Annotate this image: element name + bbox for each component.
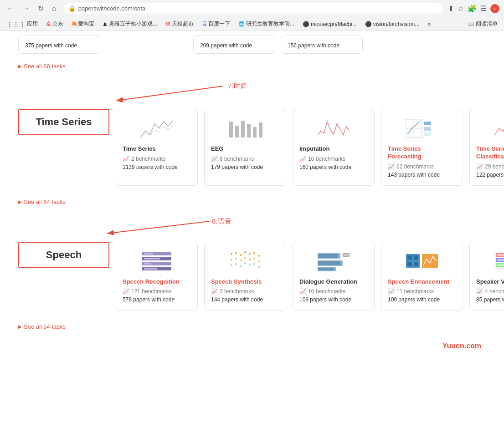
top-partial-card-2[interactable]: 209 papers with code [193,36,275,54]
svg-point-30 [249,253,251,255]
chart-icon-tsf: 📈 [388,163,395,170]
card-speech-enhancement[interactable]: Speech Enhancement 📈 11 benchmarks 109 p… [381,242,463,311]
card-dialogue-generation[interactable]: Dialogue Generation 📈 10 benchmarks 109 … [293,242,375,311]
speech-cards-grid: Speech Recognition 📈 121 benchmarks 578 … [116,242,504,311]
card-speech-recognition-name: Speech Recognition [123,278,191,286]
see-all-64-link[interactable]: See all 64 tasks [18,199,486,205]
bookmark-taobao-label: 爱淘宝 [78,20,94,28]
card-speaker-verification-benchmarks: 📈 4 benchmarks [476,288,504,295]
bookmark-edu[interactable]: 🌐 研究生教育教学管... [237,19,296,29]
card-speaker-verification[interactable]: Speaker Verification 📈 4 benchmarks 85 p… [469,242,504,311]
svg-point-44 [249,264,251,266]
chart-icon-imp: 📈 [299,156,306,162]
svg-point-35 [240,260,242,261]
bookmark-baidu[interactable]: 百 百度一下 [200,19,232,29]
share-icon[interactable]: ⬆ [448,4,454,13]
svg-rect-65 [497,254,504,256]
card-speech-synthesis-name: Speech Synthesis [211,278,279,286]
svg-point-43 [244,262,246,264]
svg-point-34 [235,258,237,260]
svg-rect-52 [318,268,334,270]
menu-icon[interactable]: ☰ [480,4,487,13]
see-all-64-label: See all 64 tasks [24,199,66,205]
bookmark-apps[interactable]: ⋮⋮⋮ 应用 [5,19,40,29]
card-imputation[interactable]: Imputation 📈 10 benchmarks 160 papers wi… [293,109,375,186]
svg-rect-60 [422,254,438,268]
card-speech-synthesis[interactable]: Speech Synthesis 📈 3 benchmarks 144 pape… [204,242,286,311]
card-eeg-benchmarks: 📈 8 benchmarks [211,156,279,162]
card-eeg-thumb [211,116,279,141]
card-dialogue-generation-benchmarks: 📈 10 benchmarks [299,288,368,295]
nav-back-button[interactable]: ← [5,4,16,14]
card-speech-recognition-benchmarks: 📈 121 benchmarks [123,288,191,295]
top-card-1-papers: 375 papers with code [25,42,93,49]
svg-line-0 [123,86,223,100]
bookmark-tmall[interactable]: 猫 天猫超市 [164,19,195,29]
time-series-cards-grid: Time Series 📈 2 benchmarks 1139 papers w… [116,109,504,186]
speech-header: Speech [18,242,109,268]
top-partial-card-1[interactable]: 375 papers with code [18,36,100,54]
svg-point-28 [240,254,242,256]
chart-icon-sr: 📈 [123,288,129,295]
bookmark-github1-label: mousecpn/Machi... [311,21,357,27]
svg-rect-50 [318,261,340,265]
chart-icon-ss: 📈 [211,288,218,295]
card-time-series[interactable]: Time Series 📈 2 benchmarks 1139 papers w… [116,109,198,186]
nav-forward-button[interactable]: → [20,4,32,14]
svg-point-33 [231,259,232,260]
time-series-header: Time Series [18,109,109,135]
see-all-66-link[interactable]: See all 66 tasks [18,63,486,70]
bookmark-github2-label: vision/torchvision... [373,21,419,27]
card-eeg[interactable]: EEG 📈 8 benchmarks 179 papers with code [204,109,286,186]
card-speech-synthesis-papers: 144 papers with code [211,296,279,304]
chart-icon-dg: 📈 [299,288,306,295]
card-time-series-name: Time Series [123,145,191,153]
bookmark-github2[interactable]: ⚫ vision/torchvision... [363,20,421,28]
svg-point-29 [244,251,246,253]
card-ts-classification[interactable]: Time Series Classification 📈 29 benchmar… [469,109,504,186]
bookmark-taobao[interactable]: 淘 爱淘宝 [70,19,96,29]
time-series-section: 7.时间序列 Time Series Time Seri [18,77,486,205]
top-partial-card-3[interactable]: 156 papers with code [281,36,363,54]
bookmark-jd[interactable]: 京 京东 [44,19,65,29]
card-speech-enhancement-papers: 109 papers with code [388,296,456,304]
svg-rect-66 [497,259,504,261]
card-speech-synthesis-thumb [211,249,279,274]
card-ts-classification-papers: 122 papers with code [476,171,504,179]
svg-point-39 [258,260,260,262]
card-time-series-papers: 1139 papers with code [123,163,191,171]
svg-rect-25 [144,268,157,270]
time-series-arrow-svg: 7.时间序列 [18,77,246,109]
svg-point-27 [235,252,237,254]
bookmark-game[interactable]: ♟ 奥维五子棋小游戏... [101,19,159,29]
bookmark-reading-list[interactable]: 📖 阅读清单 [466,19,499,29]
bookmark-more[interactable]: » [426,20,432,28]
nav-home-button[interactable]: ⌂ [50,4,59,14]
bookmark-github1[interactable]: ⚫ mousecpn/Machi... [301,20,359,28]
card-speech-enhancement-name: Speech Enhancement [388,278,456,286]
svg-line-16 [114,221,210,233]
address-bar[interactable]: 🔒 paperswithcode.com/sota [62,3,444,14]
bookmark-icon[interactable]: ☆ [458,4,464,13]
nav-refresh-button[interactable]: ↻ [36,3,46,14]
top-card-2-papers: 209 papers with code [200,42,268,49]
card-speaker-verification-name: Speaker Verification [476,278,504,286]
extension-icon[interactable]: 🧩 [468,4,477,13]
card-ts-forecasting[interactable]: Time Series Forecasting 📈 62 benchmarks … [381,109,463,186]
card-imputation-name: Imputation [299,145,368,153]
see-all-54-link[interactable]: See all 54 tasks [18,323,486,330]
svg-rect-12 [424,127,431,131]
card-ts-classification-thumb [476,116,504,141]
profile-icon[interactable]: i [490,4,499,13]
card-speech-recognition[interactable]: Speech Recognition 📈 121 benchmarks 578 … [116,242,198,311]
bookmark-edu-label: 研究生教育教学管... [246,20,294,28]
svg-rect-22 [144,253,153,255]
svg-point-26 [231,253,232,255]
bookmark-more-label: » [427,21,431,27]
see-all-66-label: See all 66 tasks [24,63,66,70]
svg-rect-54 [344,254,349,256]
card-eeg-name: EEG [211,145,279,153]
svg-rect-67 [497,264,504,266]
svg-point-32 [258,255,260,257]
lock-icon: 🔒 [68,5,76,12]
